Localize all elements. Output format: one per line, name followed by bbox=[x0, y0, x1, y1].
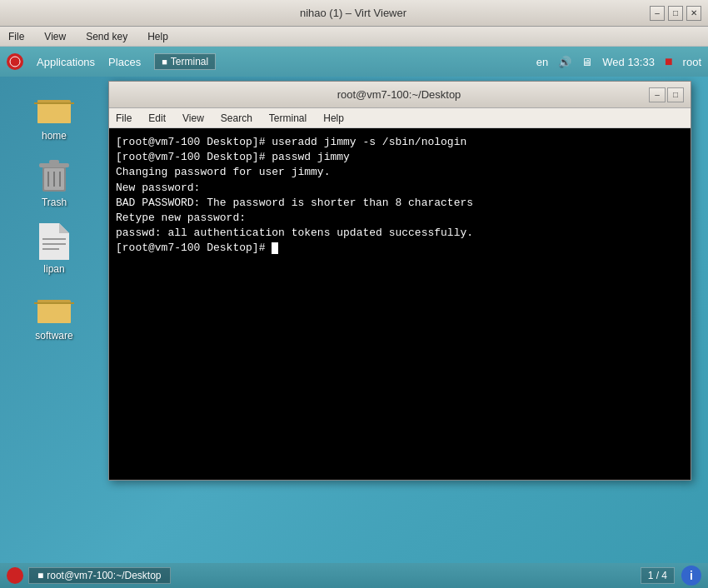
desktop-icons-panel: home Trash bbox=[0, 77, 108, 353]
home-icon bbox=[34, 88, 74, 128]
svg-rect-20 bbox=[34, 302, 74, 304]
term-menu-view[interactable]: View bbox=[179, 111, 207, 126]
svg-point-0 bbox=[10, 57, 20, 67]
taskbar-bottom-logo bbox=[7, 567, 23, 584]
term-menu-help[interactable]: Help bbox=[320, 111, 347, 126]
taskbar-bottom-left: ■ root@vm7-100:~/Desktop bbox=[7, 567, 171, 584]
home-label: home bbox=[42, 130, 67, 142]
taskbar-terminal-icon: ■ bbox=[37, 570, 43, 581]
terminal-title-bar: root@vm7-100:~/Desktop – □ bbox=[109, 82, 691, 108]
desktop-icon-lipan[interactable]: lipan bbox=[8, 218, 100, 278]
menu-help[interactable]: Help bbox=[142, 29, 173, 44]
terminal-line-4: New password: bbox=[116, 181, 684, 196]
terminal-window-controls: – □ bbox=[649, 87, 684, 102]
software-icon bbox=[34, 288, 74, 328]
desktop-icon-trash[interactable]: Trash bbox=[8, 152, 100, 212]
svg-rect-4 bbox=[34, 102, 74, 104]
svg-rect-18 bbox=[37, 303, 71, 323]
term-maximize-btn[interactable]: □ bbox=[667, 87, 684, 102]
terminal-menu-bar: File Edit View Search Terminal Help bbox=[109, 108, 691, 128]
logo-icon bbox=[7, 53, 23, 70]
svg-rect-16 bbox=[42, 248, 59, 250]
lipan-icon bbox=[34, 222, 74, 262]
terminal-taskbar-btn[interactable]: ■ Terminal bbox=[154, 53, 216, 70]
desktop-icon-home[interactable]: home bbox=[8, 85, 100, 145]
term-minimize-btn[interactable]: – bbox=[649, 87, 666, 102]
applications-menu[interactable]: Applications bbox=[37, 56, 95, 68]
language-indicator: en bbox=[536, 56, 548, 68]
terminal-line-7: passwd: all authentication tokens update… bbox=[116, 226, 684, 241]
minimize-button[interactable]: – bbox=[650, 6, 665, 21]
terminal-line-3: Changing password for user jimmy. bbox=[116, 165, 684, 180]
window-title: nihao (1) – Virt Viewer bbox=[57, 7, 650, 19]
term-menu-terminal[interactable]: Terminal bbox=[266, 111, 310, 126]
terminal-line-5: BAD PASSWORD: The password is shorter th… bbox=[116, 196, 684, 211]
trash-label: Trash bbox=[42, 197, 67, 208]
terminal-line-6: Retype new password: bbox=[116, 211, 684, 226]
terminal-content[interactable]: [root@vm7-100 Desktop]# useradd jimmy -s… bbox=[109, 128, 691, 480]
desktop-taskbar-bottom: ■ root@vm7-100:~/Desktop 1 / 4 i bbox=[0, 563, 708, 588]
desktop-taskbar-top: Applications Places ■ Terminal en 🔊 🖥 We… bbox=[0, 47, 708, 77]
term-menu-edit[interactable]: Edit bbox=[145, 111, 169, 126]
svg-rect-15 bbox=[42, 243, 66, 245]
window-controls: – □ ✕ bbox=[650, 6, 701, 21]
sound-icon: 🔊 bbox=[558, 56, 571, 68]
term-menu-file[interactable]: File bbox=[112, 111, 135, 126]
lipan-label: lipan bbox=[43, 263, 64, 275]
datetime-label: Wed 13:33 bbox=[602, 56, 655, 68]
taskbar-task-label: root@vm7-100:~/Desktop bbox=[47, 570, 161, 581]
places-menu[interactable]: Places bbox=[108, 56, 141, 68]
desktop-area: home Trash bbox=[0, 77, 708, 575]
software-label: software bbox=[35, 330, 72, 341]
user-label: root bbox=[683, 56, 701, 68]
app-menu-bar: File View Send key Help bbox=[0, 27, 708, 47]
terminal-line-2: [root@vm7-100 Desktop]# passwd jimmy bbox=[116, 150, 684, 165]
taskbar-bottom-right: 1 / 4 i bbox=[641, 566, 701, 586]
menu-sendkey[interactable]: Send key bbox=[81, 29, 132, 44]
trash-icon bbox=[34, 155, 74, 195]
desktop-icon-software[interactable]: software bbox=[8, 285, 100, 345]
terminal-title: root@vm7-100:~/Desktop bbox=[149, 88, 649, 101]
page-indicator: 1 / 4 bbox=[641, 567, 675, 584]
menu-view[interactable]: View bbox=[39, 29, 71, 44]
term-menu-search[interactable]: Search bbox=[217, 111, 256, 126]
taskbar-task-terminal[interactable]: ■ root@vm7-100:~/Desktop bbox=[28, 567, 171, 584]
close-button[interactable]: ✕ bbox=[686, 6, 701, 21]
terminal-taskbar-label: Terminal bbox=[171, 56, 208, 67]
terminal-icon: ■ bbox=[162, 57, 167, 67]
maximize-button[interactable]: □ bbox=[668, 6, 683, 21]
menu-file[interactable]: File bbox=[3, 29, 29, 44]
user-icon: ■ bbox=[665, 54, 673, 69]
svg-rect-2 bbox=[37, 103, 71, 123]
terminal-window: root@vm7-100:~/Desktop – □ File Edit Vie… bbox=[108, 81, 691, 481]
terminal-line-8: [root@vm7-100 Desktop]# bbox=[116, 241, 684, 256]
svg-rect-8 bbox=[49, 160, 59, 164]
virt-viewer-title-bar: nihao (1) – Virt Viewer – □ ✕ bbox=[0, 0, 708, 27]
svg-marker-13 bbox=[59, 223, 69, 233]
terminal-line-1: [root@vm7-100 Desktop]# useradd jimmy -s… bbox=[116, 135, 684, 150]
display-icon: 🖥 bbox=[581, 56, 592, 68]
svg-rect-14 bbox=[42, 238, 66, 240]
taskbar-right-area: en 🔊 🖥 Wed 13:33 ■ root bbox=[536, 54, 701, 69]
terminal-cursor bbox=[272, 242, 278, 254]
info-button[interactable]: i bbox=[681, 566, 701, 586]
